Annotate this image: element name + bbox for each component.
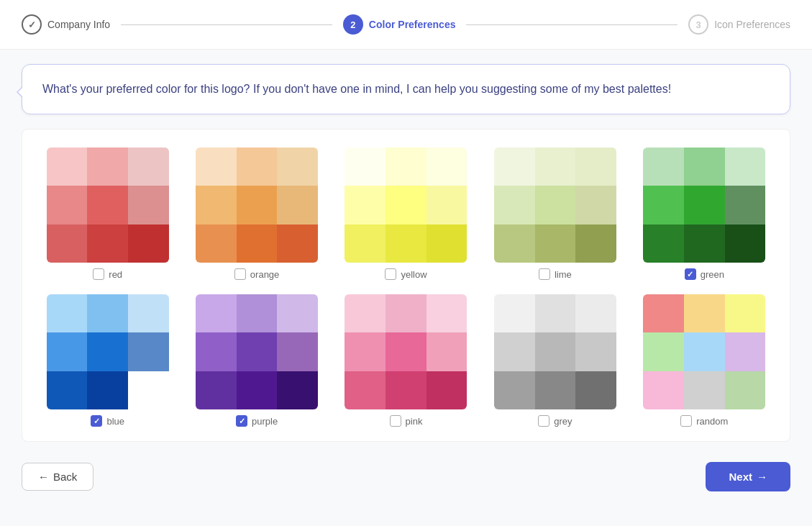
palette-item-purple[interactable]: purple [193, 294, 320, 427]
palette-color-cell [426, 371, 467, 409]
palette-color-cell [277, 148, 318, 186]
palette-checkbox-yellow[interactable] [385, 268, 396, 280]
palette-color-cell [643, 148, 684, 186]
palette-label-yellow: yellow [385, 268, 426, 280]
palette-color-cell [386, 225, 426, 263]
palette-label-pink: pink [390, 415, 423, 427]
palette-color-cell [535, 225, 576, 263]
chat-message: What's your preferred color for this log… [42, 83, 671, 95]
palette-color-cell [386, 294, 426, 332]
palette-swatch-pink[interactable] [345, 294, 467, 409]
palette-color-cell [128, 148, 169, 186]
palette-swatch-red[interactable] [47, 148, 169, 263]
palette-color-cell [643, 225, 684, 263]
palette-checkbox-green[interactable] [685, 268, 696, 280]
palette-color-cell [47, 294, 88, 332]
palette-color-cell [535, 294, 576, 332]
palette-label-lime: lime [539, 268, 572, 280]
palette-color-cell [426, 186, 467, 224]
palette-item-random[interactable]: random [641, 294, 768, 427]
palette-label-green: green [685, 268, 724, 280]
palette-color-cell [535, 332, 576, 371]
palette-color-cell [277, 294, 318, 332]
step-line-1 [121, 24, 332, 25]
step-1-label: Company Info [47, 19, 110, 30]
palette-color-cell [196, 225, 237, 263]
next-button[interactable]: Next → [706, 462, 790, 491]
step-icon-preferences: 3 Icon Preferences [688, 14, 790, 35]
palette-color-cell [237, 148, 278, 186]
palette-label-text-random: random [696, 416, 728, 427]
step-company-info: ✓ Company Info [22, 14, 110, 35]
step-color-preferences: 2 Color Preferences [343, 14, 456, 35]
palette-color-cell [575, 371, 616, 409]
palette-color-cell [277, 186, 318, 224]
palette-color-cell [237, 371, 278, 409]
palette-swatch-green[interactable] [643, 148, 765, 263]
palette-swatch-orange[interactable] [196, 148, 318, 263]
palette-swatch-yellow[interactable] [345, 148, 467, 263]
step-2-circle: 2 [343, 14, 363, 35]
palette-swatch-random[interactable] [643, 294, 765, 409]
palette-color-cell [684, 332, 725, 371]
palette-color-cell [345, 225, 386, 263]
back-button[interactable]: ← Back [22, 463, 93, 491]
palette-color-cell [386, 332, 426, 371]
palette-color-cell [237, 225, 278, 263]
palette-color-cell [535, 148, 576, 186]
palette-item-grey[interactable]: grey [491, 294, 619, 427]
palette-item-yellow[interactable]: yellow [342, 148, 470, 280]
palette-color-cell [386, 371, 426, 409]
palette-color-cell [725, 371, 766, 409]
palette-color-cell [128, 294, 169, 332]
palette-swatch-lime[interactable] [494, 148, 616, 263]
palette-label-text-grey: grey [554, 416, 572, 427]
palette-color-cell [426, 294, 467, 332]
palette-color-cell [426, 225, 467, 263]
palette-color-cell [684, 294, 725, 332]
palette-label-text-green: green [701, 269, 724, 280]
palette-checkbox-purple[interactable] [236, 415, 247, 427]
palette-color-cell [87, 225, 128, 263]
palette-color-cell [643, 332, 684, 371]
palette-item-blue[interactable]: blue [44, 294, 171, 427]
palette-item-red[interactable]: red [44, 148, 171, 280]
palette-color-cell [575, 186, 616, 224]
palette-color-cell [494, 294, 535, 332]
palette-item-lime[interactable]: lime [491, 148, 619, 280]
palette-checkbox-orange[interactable] [234, 268, 246, 280]
next-label: Next [729, 471, 752, 483]
palette-label-red: red [93, 268, 122, 280]
palette-color-cell [237, 294, 278, 332]
palette-checkbox-grey[interactable] [538, 415, 549, 427]
palette-color-cell [575, 332, 616, 371]
palette-label-text-yellow: yellow [401, 269, 426, 280]
palette-label-text-orange: orange [250, 269, 279, 280]
palette-color-cell [47, 148, 88, 186]
palette-color-cell [725, 148, 766, 186]
palette-color-cell [196, 332, 237, 371]
palette-checkbox-lime[interactable] [539, 268, 550, 280]
palette-item-green[interactable]: green [641, 148, 768, 280]
palette-color-cell [87, 332, 128, 371]
palette-color-cell [575, 225, 616, 263]
chat-bubble-container: What's your preferred color for this log… [0, 50, 812, 122]
palette-color-cell [345, 148, 386, 186]
palette-checkbox-random[interactable] [680, 415, 692, 427]
palette-color-cell [128, 371, 169, 409]
step-2-label: Color Preferences [369, 19, 456, 30]
palette-color-cell [494, 148, 535, 186]
step-3-label: Icon Preferences [714, 19, 790, 30]
palette-item-pink[interactable]: pink [342, 294, 470, 427]
palette-label-text-purple: purple [252, 416, 278, 427]
palette-checkbox-red[interactable] [93, 268, 104, 280]
palette-item-orange[interactable]: orange [193, 148, 320, 280]
palette-checkbox-pink[interactable] [390, 415, 401, 427]
palette-swatch-purple[interactable] [196, 294, 318, 409]
palette-swatch-grey[interactable] [494, 294, 616, 409]
palette-grid: redorangeyellowlimegreenbluepurplepinkgr… [44, 148, 768, 427]
palette-color-cell [47, 186, 88, 224]
palette-swatch-blue[interactable] [47, 294, 169, 409]
palette-checkbox-blue[interactable] [91, 415, 102, 427]
palette-color-cell [494, 225, 535, 263]
